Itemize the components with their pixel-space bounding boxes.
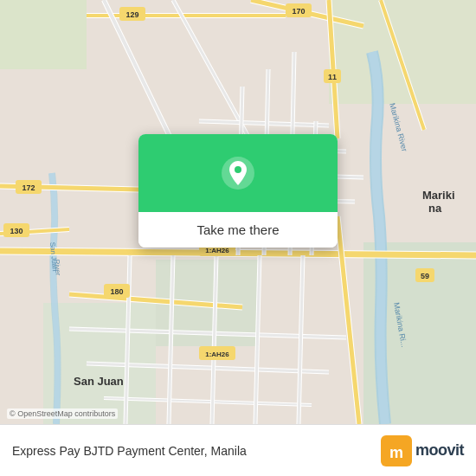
popup-card: Take me there: [138, 134, 338, 248]
svg-text:11: 11: [328, 73, 337, 81]
moovit-brand-text: moovit: [415, 441, 464, 460]
svg-text:San Juan: San Juan: [74, 375, 124, 388]
popup-header: [138, 134, 338, 212]
moovit-logo: m moovit: [381, 435, 464, 466]
svg-rect-1: [0, 0, 87, 69]
svg-text:172: 172: [22, 183, 35, 192]
svg-text:129: 129: [125, 10, 138, 19]
bottom-bar: Express Pay BJTD Payment Center, Manila …: [0, 424, 476, 476]
svg-text:180: 180: [110, 287, 123, 296]
map-attribution: © OpenStreetMap contributors: [7, 408, 118, 419]
svg-text:59: 59: [421, 272, 429, 280]
location-pin-icon: [221, 156, 255, 190]
svg-text:Mariki: Mariki: [422, 189, 455, 202]
moovit-icon: m: [381, 435, 412, 466]
svg-text:na: na: [428, 202, 442, 215]
svg-rect-2: [329, 0, 476, 104]
svg-point-89: [235, 166, 241, 173]
svg-text:170: 170: [292, 7, 305, 16]
svg-text:130: 130: [10, 227, 23, 235]
take-me-there-button[interactable]: Take me there: [138, 212, 338, 248]
svg-text:m: m: [389, 444, 403, 461]
map-container: 129 170 172 130 180 1:AH26 59 59 11 1:AH…: [0, 0, 476, 424]
location-title: Express Pay BJTD Payment Center, Manila: [12, 444, 381, 458]
svg-text:1:AH26: 1:AH26: [205, 351, 229, 358]
svg-text:River: River: [53, 259, 62, 276]
svg-text:1:AH26: 1:AH26: [205, 247, 229, 254]
